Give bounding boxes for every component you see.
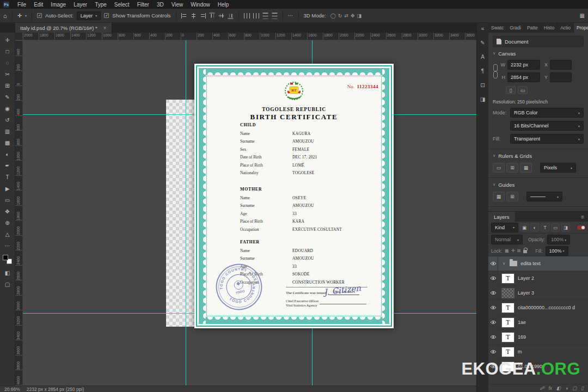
canvas-section-header[interactable]: ∨ Canvas — [493, 48, 584, 59]
layer-name[interactable]: cita0000000...cccccccc0 d — [518, 305, 575, 310]
lock-option-icon[interactable]: ⊞ — [517, 248, 521, 253]
screen-mode-icon[interactable]: ▢ — [1, 279, 14, 290]
workspace-icon[interactable]: ▦ — [580, 13, 585, 19]
blend-mode-dropdown[interactable]: Normal ▾ — [491, 235, 523, 244]
3d-mode-icon[interactable]: ↻ — [337, 13, 344, 19]
canvas-area[interactable]: No. 11223344 RT TOGOLESE REPUBLIC BIRTH … — [23, 40, 476, 385]
tool-icon[interactable]: ↺ — [1, 114, 14, 126]
ruler-grid-toggle-button[interactable]: ▭ — [493, 163, 505, 173]
layer-row[interactable]: T m — [488, 345, 588, 359]
layer-row-group[interactable]: ∨ edita text — [488, 256, 588, 271]
x-field[interactable] — [550, 60, 572, 70]
tool-icon[interactable]: ✥ — [1, 206, 14, 217]
filter-toggle-switch[interactable] — [577, 225, 585, 230]
visibility-eye-icon[interactable] — [488, 271, 498, 285]
layer-filter-button[interactable]: ◐ — [530, 223, 539, 231]
align-top-icon[interactable] — [209, 13, 215, 19]
align-bottom-icon[interactable] — [228, 13, 233, 19]
tool-icon[interactable]: ▶ — [1, 183, 14, 194]
guide-vertical[interactable] — [186, 40, 186, 385]
tool-icon[interactable]: ◐ — [1, 149, 14, 160]
layer-filter-button[interactable]: ▣ — [520, 223, 529, 231]
collapsed-panel-icon[interactable]: « — [481, 26, 485, 32]
distribute-horizontal-icon[interactable] — [244, 13, 250, 19]
height-field[interactable]: 2854 px — [507, 72, 540, 82]
distribute-vertical-icon[interactable] — [262, 13, 268, 19]
3d-mode-icon[interactable]: ✥ — [350, 13, 356, 19]
menu-item[interactable]: Help — [214, 2, 233, 8]
visibility-eye-icon[interactable] — [488, 330, 498, 344]
menu-item[interactable]: Type — [91, 2, 111, 8]
zoom-level[interactable]: 20.66% — [4, 387, 20, 392]
3d-mode-icon[interactable]: ◯ — [329, 13, 337, 19]
layers-footer-icon[interactable]: ◧ — [556, 385, 561, 391]
collapsed-panel-icon[interactable]: ⊡ — [480, 82, 485, 88]
app-logo-icon[interactable]: Ps — [3, 2, 9, 8]
align-left-icon[interactable] — [181, 13, 187, 19]
guide-style-dropdown[interactable]: ▾ — [526, 192, 562, 201]
collapsed-panel-icon[interactable]: ◨ — [480, 96, 485, 102]
lock-all-icon[interactable] — [523, 250, 527, 253]
layers-footer-icon[interactable]: ☍ — [540, 385, 544, 391]
vertical-ruler[interactable]: 4002000200400600800100012001400160018002… — [15, 40, 23, 385]
bit-depth-dropdown[interactable]: 16 Bits/Channel ▾ — [510, 121, 584, 131]
fill-dropdown[interactable]: Transparent ▾ — [510, 134, 584, 144]
menu-item[interactable]: Filter — [133, 2, 153, 8]
layer-name[interactable]: 169 — [518, 334, 526, 340]
layer-name[interactable]: Layer 2 — [518, 275, 534, 281]
layer-name[interactable]: m — [518, 349, 522, 354]
text-layer-thumbnail[interactable]: T — [501, 303, 514, 313]
distribute-vertical-icon[interactable] — [272, 13, 277, 19]
fill-field[interactable]: 100% ▾ — [546, 246, 568, 256]
tool-icon[interactable]: □ — [1, 46, 14, 57]
menu-item[interactable]: Select — [111, 2, 133, 8]
landscape-orientation-button[interactable]: ▭ — [518, 86, 528, 94]
tab-history[interactable]: Histo — [541, 23, 558, 33]
portrait-orientation-button[interactable]: ▯ — [506, 86, 516, 94]
group-expand-chevron-icon[interactable]: ∨ — [503, 261, 505, 266]
tool-icon[interactable]: △ — [1, 229, 14, 240]
y-field[interactable] — [550, 72, 572, 82]
color-mode-dropdown[interactable]: RGB Color ▾ — [510, 108, 584, 118]
lock-option-icon[interactable]: ✛ — [511, 248, 515, 253]
horizontal-ruler[interactable]: 2000180016001400120010008006004002000200… — [23, 33, 476, 40]
layer-filter-button[interactable]: T — [541, 223, 549, 231]
text-layer-thumbnail[interactable]: T — [501, 317, 514, 328]
layer-row[interactable]: T 169 — [488, 330, 588, 345]
tool-icon[interactable]: ◌ — [1, 57, 14, 69]
menu-item[interactable]: Layer — [70, 2, 91, 8]
kind-filter-dropdown[interactable]: Kind ▾ — [491, 223, 518, 232]
width-field[interactable]: 2232 px — [507, 60, 540, 70]
guide-toggle-button[interactable]: ▦ — [493, 192, 505, 201]
tool-icon[interactable]: ▭ — [1, 194, 14, 206]
distribute-horizontal-icon[interactable] — [253, 13, 259, 19]
visibility-eye-icon[interactable] — [488, 345, 498, 359]
home-icon[interactable]: ⌂ — [3, 13, 7, 19]
layer-name[interactable]: Layer 3 — [518, 290, 534, 296]
layers-footer-icon[interactable]: ▢ — [572, 385, 577, 391]
align-right-icon[interactable] — [200, 13, 206, 19]
menu-item[interactable]: 3D — [153, 2, 168, 8]
document-type-row[interactable]: Document — [493, 36, 584, 47]
tool-icon[interactable]: ✎ — [1, 91, 14, 103]
3d-mode-icon[interactable]: ⇄ — [343, 13, 350, 19]
tab-layers[interactable]: Layers — [488, 212, 515, 222]
ruler-grid-toggle-button[interactable]: ⊞ — [506, 163, 518, 173]
auto-select-dropdown[interactable]: Layer ▾ — [77, 11, 101, 20]
layer-name[interactable]: edita text — [520, 261, 541, 266]
menu-item[interactable]: View — [168, 2, 187, 8]
tab-close-icon[interactable]: × — [103, 25, 107, 31]
text-layer-thumbnail[interactable]: T — [501, 347, 514, 357]
guides-section-header[interactable]: ∨ Guides — [493, 179, 584, 190]
tab-properties[interactable]: Properties — [574, 23, 588, 33]
quick-mask-icon[interactable]: ◧ — [1, 267, 14, 279]
document-tab[interactable]: Italy id.psd @ 20.7% (RGB/16#) * × — [15, 23, 112, 33]
visibility-eye-icon[interactable] — [488, 256, 498, 271]
align-center-horizontal-icon[interactable] — [191, 13, 197, 19]
tool-icon[interactable]: ▥ — [1, 126, 14, 137]
menu-item[interactable]: Image — [47, 2, 70, 8]
ruler-grid-toggle-button[interactable]: ▦ — [520, 163, 532, 173]
menu-item[interactable]: File — [14, 2, 30, 8]
text-layer-thumbnail[interactable]: T — [501, 273, 514, 284]
tab-swatches[interactable]: Swatc — [488, 23, 507, 33]
